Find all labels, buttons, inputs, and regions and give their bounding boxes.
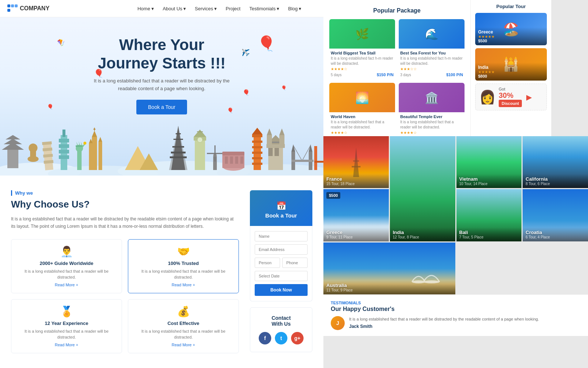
person-input[interactable] xyxy=(255,258,280,268)
destination-bali[interactable]: Bali 7 Tour, 5 Place xyxy=(456,189,522,241)
experience-link[interactable]: Read More + xyxy=(17,343,116,347)
feature-guides: 👨‍💼 2000+ Guide Worldwide It is a long e… xyxy=(11,239,122,293)
svg-rect-94 xyxy=(353,160,359,162)
svg-rect-67 xyxy=(252,141,262,143)
twitter-button[interactable]: t xyxy=(275,332,287,344)
destination-greece[interactable]: Greece 9 Tour, 11 Place $500 xyxy=(323,189,389,241)
temple-stars: ★★★★☆ xyxy=(400,131,463,135)
email-input[interactable] xyxy=(255,244,308,255)
logo[interactable]: COMPANY xyxy=(7,4,50,13)
package-sea-forest[interactable]: 🌊 Best Sea Forest for You It is a long e… xyxy=(399,19,465,79)
tea-stall-info: World Biggest Tea Stall It is a long est… xyxy=(329,49,395,79)
why-section: Why we Why Choose Us? It is a long estab… xyxy=(0,176,323,368)
discount-info: Got 30% Discount xyxy=(499,87,522,107)
balloon-4: 🎈 xyxy=(243,89,250,96)
svg-rect-64 xyxy=(240,156,243,164)
destination-california[interactable]: California 8 Tour, 6 Place xyxy=(523,136,588,188)
destination-france[interactable]: France 15 Tour, 18 Place xyxy=(323,136,389,188)
australia-photo: Australia 11 Tour, 9 Place xyxy=(323,243,455,294)
cost-link[interactable]: Read More + xyxy=(134,343,233,347)
why-label: Why we xyxy=(11,190,239,196)
book-form-title: Book a Tour xyxy=(256,212,306,219)
nav-project[interactable]: Project xyxy=(226,6,240,11)
tour-india[interactable]: 🕌 India ★★★★★ $800 xyxy=(475,48,547,81)
california-name: California xyxy=(526,176,585,182)
trusted-title: 100% Trusted xyxy=(134,261,233,266)
guides-link[interactable]: Read More + xyxy=(17,283,116,287)
nav-home[interactable]: Home ▾ xyxy=(137,6,154,11)
phone-input[interactable] xyxy=(282,258,308,268)
sea-forest-days: 3 days xyxy=(400,73,411,77)
croatia-name: Croatia xyxy=(526,230,585,235)
experience-icon: 🏅 xyxy=(17,305,116,318)
india-stars: ★★★★★ xyxy=(478,70,544,74)
world-haven-desc: It is a long established fact that a rea… xyxy=(331,120,394,130)
package-beautiful-temple[interactable]: 🏛️ Beautiful Temple Ever It is a long es… xyxy=(399,83,465,136)
trusted-link[interactable]: Read More + xyxy=(134,283,233,287)
social-icons: f t g+ xyxy=(255,332,307,344)
sea-forest-image: 🌊 xyxy=(399,19,465,49)
vietnam-info: Vietnam 10 Tour, 14 Place xyxy=(456,174,522,188)
testimonial-label: Testimonials xyxy=(331,301,581,305)
balloon-1: 🪁 xyxy=(57,39,65,47)
svg-rect-21 xyxy=(62,130,65,137)
india-dest-info: India 12 Tour, 8 Place xyxy=(390,227,455,241)
california-sub: 8 Tour, 6 Place xyxy=(526,182,585,186)
balloon-2: 🎈 xyxy=(94,69,104,78)
france-photo: France 15 Tour, 18 Place xyxy=(323,136,389,188)
guides-title: 2000+ Guide Worldwide xyxy=(17,261,116,266)
testimonial-title: Our Happy Customer's xyxy=(331,306,581,312)
destination-australia[interactable]: Australia 11 Tour, 9 Place xyxy=(323,243,455,294)
testimonial-review-area: It is a long established fact that a rea… xyxy=(349,316,539,329)
package-world-haven[interactable]: 🌅 World Haven It is a long established f… xyxy=(329,83,395,136)
facebook-button[interactable]: f xyxy=(259,332,271,344)
name-input[interactable] xyxy=(255,231,308,241)
temple-info: Beautiful Temple Ever It is a long estab… xyxy=(399,112,465,136)
nav-services[interactable]: Services ▾ xyxy=(195,6,217,11)
svg-rect-18 xyxy=(59,144,69,148)
tea-stall-name: World Biggest Tea Stall xyxy=(331,51,394,55)
svg-rect-47 xyxy=(195,139,205,170)
balloon-5: 🎈 xyxy=(281,85,287,91)
california-photo: California 8 Tour, 6 Place xyxy=(523,136,588,188)
svg-rect-63 xyxy=(235,156,238,164)
destination-india[interactable]: India 12 Tour, 8 Place xyxy=(390,136,455,241)
nav-blog[interactable]: Blog ▾ xyxy=(288,6,301,11)
svg-marker-82 xyxy=(279,128,284,135)
svg-rect-76 xyxy=(268,148,273,156)
bali-info: Bali 7 Tour, 5 Place xyxy=(456,227,522,241)
book-now-button[interactable]: Book Now xyxy=(255,284,308,296)
googleplus-button[interactable]: g+ xyxy=(291,332,304,344)
popular-package: Popular Package 🌿 World Biggest Tea Stal… xyxy=(323,0,470,136)
svg-rect-30 xyxy=(92,137,97,170)
navbar: COMPANY Home ▾ About Us ▾ Services ▾ Pro… xyxy=(0,0,323,17)
nav-testimonials[interactable]: Testimonials ▾ xyxy=(249,6,279,11)
svg-point-29 xyxy=(83,142,86,145)
testimonial-review: It is a long established fact that a rea… xyxy=(349,316,539,322)
svg-rect-20 xyxy=(59,155,69,159)
svg-rect-69 xyxy=(252,152,262,154)
sea-forest-price: $100 P/N xyxy=(446,72,463,77)
croatia-sub: 6 Tour, 4 Place xyxy=(526,235,585,239)
tour-sidebar-title: Popular Tour xyxy=(475,4,547,9)
package-tea-stall[interactable]: 🌿 World Biggest Tea Stall It is a long e… xyxy=(329,19,395,79)
trusted-icon: 🤝 xyxy=(134,245,233,258)
greece-overlay: Greece ★★★★★ $500 xyxy=(475,27,547,45)
book-tour-button[interactable]: Book a Tour xyxy=(136,100,187,114)
feature-experience: 🏅 12 Year Experience It is a long establ… xyxy=(11,299,122,353)
tour-greece[interactable]: 🏖️ Greece ★★★★★ $500 xyxy=(475,13,547,45)
india-name: India xyxy=(478,65,544,70)
right-forms: 📅 Book a Tour Book Now ContactWith Us xyxy=(250,190,312,353)
package-title: Popular Package xyxy=(329,7,465,14)
destination-vietnam[interactable]: Vietnam 10 Tour, 14 Place xyxy=(456,136,522,188)
temple-name: Beautiful Temple Ever xyxy=(400,114,463,119)
svg-rect-66 xyxy=(252,134,262,137)
svg-point-95 xyxy=(412,280,425,283)
svg-marker-33 xyxy=(98,137,102,142)
destination-croatia[interactable]: Croatia 6 Tour, 4 Place xyxy=(523,189,588,241)
nav-about[interactable]: About Us ▾ xyxy=(163,6,186,11)
svg-rect-27 xyxy=(76,145,83,147)
date-input[interactable] xyxy=(255,271,308,281)
person-phone-row xyxy=(255,258,308,268)
discount-arrow: ▶ xyxy=(526,93,532,102)
